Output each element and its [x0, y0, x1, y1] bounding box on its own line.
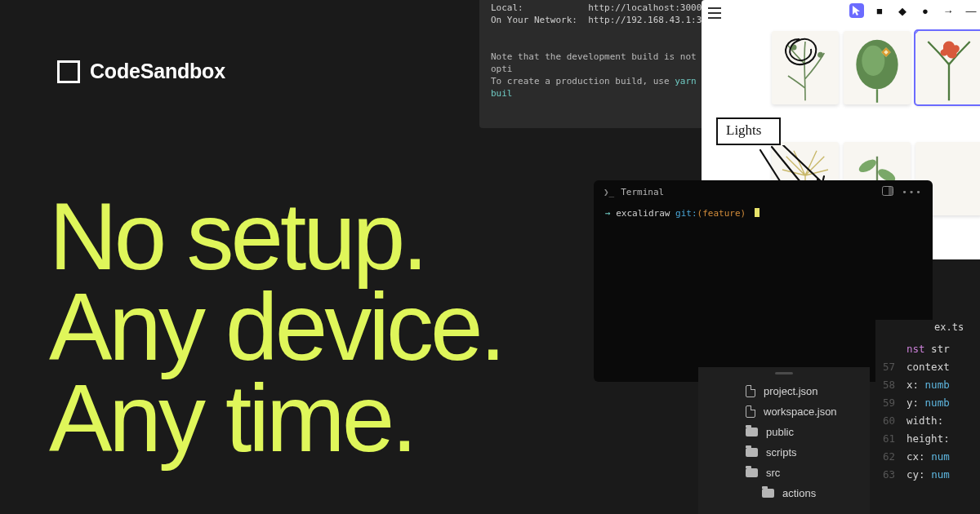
- network-label: On Your Network:: [491, 15, 577, 25]
- svg-point-3: [862, 46, 884, 76]
- local-url: http://localhost:3000: [588, 2, 702, 13]
- editor-tab[interactable]: ex.ts: [875, 320, 980, 339]
- brand-name: CodeSandbox: [90, 60, 225, 83]
- code-editor[interactable]: ex.ts nst str 57context 58x: numb 59y: n…: [875, 320, 980, 514]
- folder-name: src: [766, 467, 780, 479]
- tool-ellipse-icon[interactable]: ●: [918, 3, 933, 18]
- prompt-dir: excalidraw: [616, 208, 670, 219]
- tool-rectangle-icon[interactable]: ■: [872, 3, 887, 18]
- terminal-title: Terminal: [621, 187, 664, 197]
- brand-logo: CodeSandbox: [57, 60, 225, 83]
- canvas-image-card[interactable]: [844, 31, 911, 104]
- scribble-annotation: [778, 34, 822, 70]
- headline-line-1: No setup.: [49, 192, 503, 282]
- code-line: 62cx: num: [875, 447, 980, 465]
- terminal-body[interactable]: → excalidraw git:(feature): [594, 203, 933, 224]
- tool-diamond-icon[interactable]: ◆: [895, 3, 910, 18]
- canvas-label[interactable]: Lights: [716, 117, 781, 145]
- code-line: 59y: numb: [875, 393, 980, 411]
- file-item[interactable]: workspace.json: [698, 401, 870, 422]
- build-note-line-2: To create a production build, use: [491, 76, 675, 86]
- file-explorer[interactable]: project.json workspace.json public scrip…: [698, 367, 870, 514]
- code-line: 60width:: [875, 411, 980, 429]
- folder-name: actions: [782, 487, 816, 499]
- logo-square-icon: [57, 60, 80, 83]
- file-name: workspace.json: [764, 405, 837, 418]
- folder-icon: [746, 468, 758, 477]
- file-item[interactable]: project.json: [698, 381, 870, 401]
- hero-headline: No setup. Any device. Any time.: [49, 192, 503, 464]
- hamburger-icon[interactable]: [708, 7, 721, 19]
- code-line: 58x: numb: [875, 375, 980, 393]
- folder-item[interactable]: src: [698, 463, 870, 483]
- folder-name: scripts: [766, 446, 797, 459]
- folder-item[interactable]: actions: [698, 483, 870, 503]
- tool-line-icon[interactable]: —: [964, 3, 978, 18]
- build-note-line-1: Note that the development build is not o…: [491, 51, 697, 75]
- code-line: 61height:: [875, 429, 980, 447]
- local-label: Local:: [491, 2, 523, 13]
- folder-icon: [746, 448, 758, 457]
- prompt-git-label: git:: [675, 208, 697, 219]
- file-icon: [746, 385, 755, 397]
- more-icon[interactable]: •••: [902, 187, 923, 197]
- terminal-header: ❯_ Terminal •••: [594, 180, 933, 203]
- folder-icon: [762, 489, 774, 498]
- prompt-branch: (feature): [697, 208, 746, 219]
- network-url: http://192.168.43.1:3000: [588, 15, 708, 25]
- split-pane-icon[interactable]: [882, 186, 893, 198]
- file-icon: [746, 405, 755, 418]
- panel-drag-handle-icon[interactable]: [775, 372, 793, 374]
- tool-selection-icon[interactable]: [849, 3, 864, 18]
- dev-server-terminal: Local: http://localhost:3000 On Your Net…: [479, 0, 708, 128]
- cursor-icon: [755, 208, 760, 217]
- prompt-arrow: →: [605, 208, 611, 219]
- file-name: project.json: [764, 385, 817, 397]
- prompt-chevron-icon: ❯_: [604, 187, 614, 197]
- code-line: 63cy: num: [875, 465, 980, 483]
- code-line: nst str: [875, 339, 980, 357]
- headline-line-2: Any device.: [49, 282, 503, 373]
- svg-rect-7: [889, 187, 893, 195]
- tool-arrow-icon[interactable]: →: [941, 3, 956, 18]
- folder-icon: [746, 428, 758, 436]
- canvas-image-card-selected[interactable]: [915, 31, 980, 104]
- folder-item[interactable]: public: [698, 422, 870, 442]
- headline-line-3: Any time.: [49, 374, 503, 464]
- folder-name: public: [766, 426, 794, 438]
- folder-item[interactable]: scripts: [698, 442, 870, 463]
- svg-point-4: [857, 157, 878, 175]
- code-line: 57context: [875, 357, 980, 375]
